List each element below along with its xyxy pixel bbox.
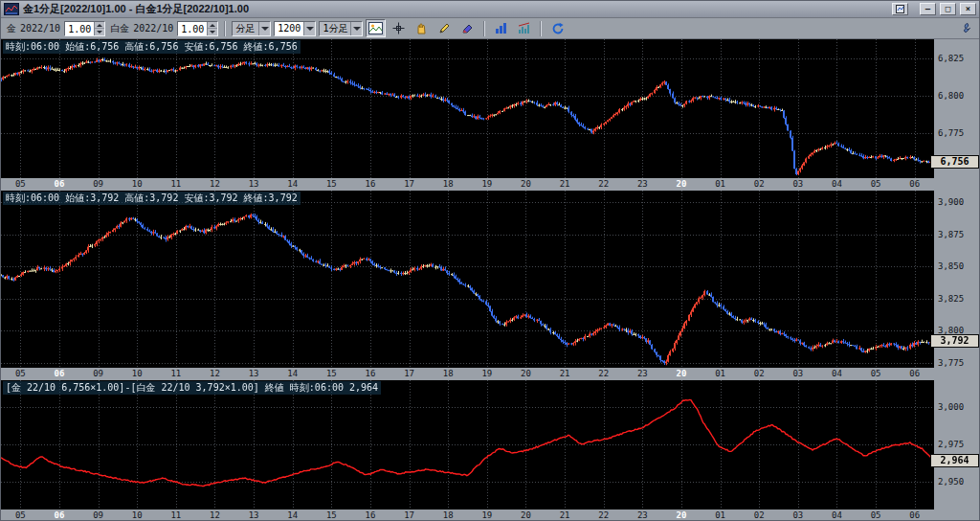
bar-chart-icon xyxy=(495,22,507,34)
x-axis-label: 09 xyxy=(93,510,103,520)
spread-current-price-tag: 2,964 xyxy=(930,454,979,467)
x-axis-label: 19 xyxy=(481,179,492,189)
platinum-info-readout: 時刻:06:00 始値:3,792 高値:3,792 安値:3,792 終値:3… xyxy=(3,192,301,205)
y-axis-label: 6,775 xyxy=(938,128,964,138)
hand-icon xyxy=(415,22,428,34)
x-axis-label: 21 xyxy=(560,510,570,520)
x-axis-label: 16 xyxy=(366,510,376,520)
x-axis-label: 11 xyxy=(170,369,181,378)
y-axis-label: 2,975 xyxy=(938,440,964,449)
x-axis-label: 22 xyxy=(598,510,609,520)
gold-candlestick-canvas[interactable] xyxy=(1,39,934,178)
spin-down-icon[interactable] xyxy=(208,29,217,35)
bar-chart-button[interactable] xyxy=(491,19,511,37)
chevron-down-icon[interactable] xyxy=(303,22,315,35)
toolbar: 金 2022/10 1.00 白金 2022/10 1.00 分足 1200 1… xyxy=(1,18,979,39)
y-axis-label: 3,825 xyxy=(938,294,964,304)
x-axis-label: 22 xyxy=(598,179,609,189)
x-axis-label: 20 xyxy=(521,510,531,520)
gold-multiplier-spinner[interactable]: 1.00 xyxy=(64,21,105,36)
x-axis-label: 12 xyxy=(210,510,220,520)
settings-wrench-button[interactable] xyxy=(955,19,975,37)
close-button[interactable]: × xyxy=(960,3,976,15)
x-axis-label: 23 xyxy=(637,179,648,189)
titlebar-chart-list-button[interactable] xyxy=(892,3,908,15)
x-axis-label: 03 xyxy=(792,369,803,378)
toolbar-separator xyxy=(540,21,542,36)
refresh-button[interactable] xyxy=(547,19,568,37)
wrench-icon xyxy=(959,22,972,35)
gold-chart-panel: 時刻:06:00 始値:6,756 高値:6,756 安値:6,756 終値:6… xyxy=(1,39,979,191)
spread-x-axis: 0506091011121314151617181920212223200102… xyxy=(1,510,934,521)
interval-dropdown[interactable]: 1分足 xyxy=(319,21,363,36)
spin-down-icon[interactable] xyxy=(95,29,104,35)
spread-info-readout: [金 22/10 6,756×1.00]-[白金 22/10 3,792×1.0… xyxy=(3,381,381,395)
y-axis-label: 3,850 xyxy=(938,261,964,271)
maximize-button[interactable]: □ xyxy=(940,3,956,15)
x-axis-label: 01 xyxy=(715,510,725,520)
pencil-tool-button[interactable] xyxy=(434,19,455,37)
platinum-multiplier-spinner[interactable]: 1.00 xyxy=(177,21,218,36)
x-axis-label: 13 xyxy=(249,179,259,189)
chart-image-icon xyxy=(368,22,383,34)
refresh-icon xyxy=(551,22,565,35)
x-axis-label: 06 xyxy=(55,510,65,520)
minimize-button[interactable]: – xyxy=(920,3,936,15)
spread-chart-plot: [金 22/10 6,756×1.00]-[白金 22/10 3,792×1.0… xyxy=(1,380,934,510)
x-axis-label: 02 xyxy=(754,179,765,189)
x-axis-label: 14 xyxy=(287,179,298,189)
x-axis-label: 16 xyxy=(366,179,376,189)
crosshair-button[interactable] xyxy=(389,19,409,37)
x-axis-label: 02 xyxy=(754,510,765,520)
x-axis-label: 14 xyxy=(287,369,298,378)
x-axis-label: 21 xyxy=(560,179,570,189)
platinum-spin-buttons[interactable] xyxy=(207,22,217,35)
spin-up-icon[interactable] xyxy=(208,22,217,30)
x-axis-label: 05 xyxy=(15,369,26,378)
period-dropdown[interactable]: 分足 xyxy=(232,21,271,36)
x-axis-label: 10 xyxy=(132,369,143,378)
x-axis-label: 17 xyxy=(404,179,414,189)
app-icon xyxy=(4,3,19,15)
bar-count-dropdown[interactable]: 1200 xyxy=(274,21,316,36)
chevron-down-icon[interactable] xyxy=(350,22,362,35)
marker-tool-button[interactable] xyxy=(457,19,478,37)
y-axis-label: 3,000 xyxy=(938,402,964,412)
x-axis-label: 20 xyxy=(521,179,531,189)
x-axis-label: 01 xyxy=(715,179,725,189)
platinum-candlestick-canvas[interactable] xyxy=(1,191,934,368)
x-axis-label: 15 xyxy=(326,369,337,378)
y-axis-label: 3,875 xyxy=(938,230,964,239)
app-window: 金1分足[2022/10]1.00 - 白金1分足[2022/10]1.00 –… xyxy=(0,0,980,521)
x-axis-label: 04 xyxy=(832,369,842,378)
x-axis-label: 05 xyxy=(871,179,881,189)
x-axis-label: 22 xyxy=(598,369,609,378)
x-axis-label: 23 xyxy=(637,369,648,378)
crosshair-icon xyxy=(392,22,405,34)
gold-contract-month: 2022/10 xyxy=(20,23,60,34)
window-title: 金1分足[2022/10]1.00 - 白金1分足[2022/10]1.00 xyxy=(23,2,888,16)
platinum-chart-plot: 時刻:06:00 始値:3,792 高値:3,792 安値:3,792 終値:3… xyxy=(1,191,934,368)
x-axis-label: 01 xyxy=(715,369,725,378)
x-axis-label: 03 xyxy=(792,179,803,189)
gold-label: 金 xyxy=(7,22,16,35)
x-axis-label: 20 xyxy=(677,510,687,520)
marker-icon xyxy=(461,22,474,34)
y-axis-label: 6,800 xyxy=(938,91,964,101)
toolbar-separator xyxy=(224,21,226,36)
x-axis-label: 19 xyxy=(481,369,492,378)
toolbar-separator xyxy=(483,21,485,36)
hand-tool-button[interactable] xyxy=(412,19,432,37)
chevron-down-icon[interactable] xyxy=(258,22,270,35)
x-axis-label: 20 xyxy=(677,179,687,189)
gold-spin-buttons[interactable] xyxy=(94,22,104,35)
spin-up-icon[interactable] xyxy=(95,22,104,30)
x-axis-label: 15 xyxy=(326,179,337,189)
pencil-icon xyxy=(438,22,451,34)
chart-image-button[interactable] xyxy=(366,19,386,37)
interval-dropdown-value: 1分足 xyxy=(323,22,350,35)
y-axis-label: 6,825 xyxy=(938,54,964,63)
x-axis-label: 18 xyxy=(443,510,454,520)
spread-line-canvas[interactable] xyxy=(1,380,934,510)
histogram-button[interactable] xyxy=(514,19,534,37)
